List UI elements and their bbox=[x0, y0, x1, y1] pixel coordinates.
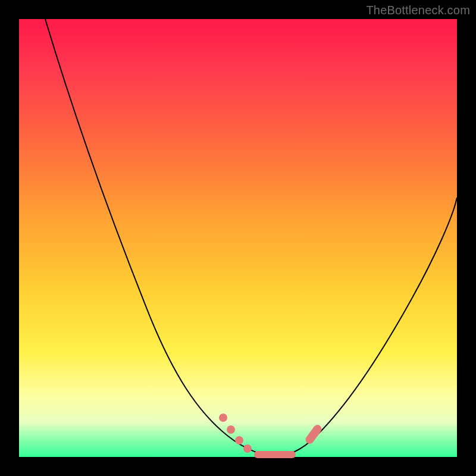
floor-marker bbox=[219, 414, 227, 422]
floor-marker bbox=[227, 425, 235, 434]
plot-area bbox=[19, 19, 457, 457]
curve-left-branch bbox=[45, 19, 275, 456]
floor-marker bbox=[243, 444, 252, 453]
floor-marker-pill bbox=[254, 451, 296, 458]
bottleneck-curve bbox=[19, 19, 457, 457]
chart-frame: TheBottleneck.com bbox=[0, 0, 476, 476]
watermark-text: TheBottleneck.com bbox=[366, 4, 470, 17]
floor-marker bbox=[235, 436, 243, 444]
curve-right-branch bbox=[275, 198, 457, 456]
floor-marker-pill bbox=[304, 423, 323, 445]
